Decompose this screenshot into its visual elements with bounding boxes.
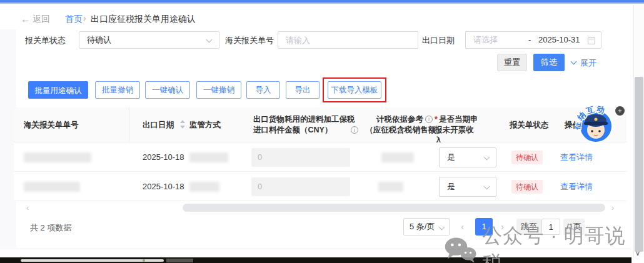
header-customs-no: 海关报关单单号 (24, 107, 79, 142)
jump-page-input[interactable] (541, 219, 560, 235)
page-title: 出口应征税报关单用途确认 (91, 14, 196, 25)
customs-no-input[interactable] (278, 31, 418, 49)
chevron-down-icon (484, 184, 490, 190)
header-supervision: 监管方式 (189, 107, 221, 142)
total-pages-label: /1页 (563, 219, 585, 235)
status-filter-value: 待确认 (87, 35, 111, 44)
customs-officer-avatar: 征纳互动 (575, 104, 616, 144)
expand-label: 展开 (580, 58, 596, 67)
header-tax-basis-line1: 计税依据参考 (376, 115, 423, 124)
export-date-cell: 2025-10-18 (143, 142, 184, 172)
date-start-placeholder: 请选择 (473, 32, 498, 48)
calendar-icon (588, 37, 595, 44)
bonded-amount-input[interactable]: 0 (251, 148, 350, 167)
top-blue-strip (0, 0, 644, 4)
red-highlight-annotation (323, 77, 386, 102)
taskbar-green-dot (143, 259, 145, 262)
import-button[interactable]: 导入 (246, 81, 280, 99)
view-details-link[interactable]: 查看详情 (560, 142, 593, 172)
export-date-cell: 2025-10-18 (143, 172, 184, 201)
one-click-confirm-button[interactable]: 一键确认 (145, 81, 190, 99)
page-size-value: 5 条/页 (410, 222, 435, 231)
breadcrumb-separator-icon: › (83, 13, 86, 23)
redacted-supervision (189, 152, 228, 162)
uninvoiced-value: 是 (447, 152, 455, 162)
table-row: 2025-10-18 0 是 待确认 查看详情 (14, 172, 626, 201)
chevron-down-icon (439, 224, 445, 231)
next-page-button[interactable]: › (501, 221, 504, 232)
customs-no-filter-label: 海关报关单号 (225, 35, 274, 46)
one-click-revoke-button[interactable]: 一键撤销 (196, 81, 241, 99)
hscroll-left-arrow[interactable]: ‹ (26, 204, 29, 212)
redacted-declaration-no (24, 152, 91, 162)
uninvoiced-value: 是 (447, 182, 455, 191)
jump-to-label: 跳至 (516, 219, 541, 235)
header-bonded-amount: 出口货物耗用的进料加工保税 进口料件金额（CNY） (253, 114, 366, 136)
filter-button[interactable]: 筛选 (533, 54, 565, 71)
assistant-widget[interactable]: 征纳互动 (575, 104, 616, 144)
uninvoiced-select[interactable]: 是 (439, 177, 496, 197)
content-bottom-border (0, 249, 631, 249)
expand-toggle[interactable]: 展开 (571, 57, 596, 69)
export-button[interactable]: 导出 (286, 81, 319, 99)
header-tax-basis-line2: （应征税含税销售额） (366, 126, 444, 134)
info-icon[interactable]: i (351, 126, 358, 134)
breadcrumb: ← 返回 首页 › 出口应征税报关单用途确认 (0, 11, 625, 27)
header-uninvoiced: *是否当期申报未开票收入 (435, 114, 480, 146)
batch-purpose-confirm-button[interactable]: 批量用途确认 (28, 81, 88, 99)
sort-descending-icon[interactable] (180, 126, 185, 129)
back-arrow-icon[interactable]: ← (21, 12, 31, 26)
date-end-value: 2025-10-31 (538, 32, 580, 48)
back-button[interactable]: 返回 (33, 14, 50, 25)
breadcrumb-home-link[interactable]: 首页 (65, 14, 83, 25)
uninvoiced-select[interactable]: 是 (439, 147, 496, 167)
required-asterisk: * (435, 115, 438, 124)
status-badge: 待确认 (511, 180, 543, 194)
header-status: 报关单状态 (510, 107, 549, 142)
info-icon[interactable]: i (425, 116, 433, 123)
export-date-filter-label: 出口日期 (422, 35, 455, 46)
table-header: 海关报关单单号 出口日期 监管方式 出口货物耗用的进料加工保税 进口料件金额（C… (14, 107, 626, 142)
date-range-separator: - (528, 32, 531, 48)
redacted-declaration-no (24, 182, 80, 192)
chevron-down-icon (571, 59, 577, 65)
header-export-date: 出口日期 (143, 107, 174, 142)
redacted-tax-basis (381, 152, 414, 162)
header-uninvoiced-text: 是否当期申报未开票收入 (435, 115, 478, 145)
sort-ascending-icon[interactable] (180, 120, 185, 123)
hscroll-right-arrow[interactable]: › (611, 204, 614, 212)
chevron-down-icon (484, 154, 490, 161)
redacted-tax-basis (378, 182, 403, 192)
app-window: ← 返回 首页 › 出口应征税报关单用途确认 报关单状态 待确认 海关报关单号 … (0, 0, 644, 263)
bonded-amount-input[interactable]: 0 (251, 177, 350, 196)
vscroll-down-arrow[interactable]: ∨ (635, 249, 640, 257)
chevron-down-icon (206, 37, 213, 43)
status-filter-label: 报关单状态 (25, 35, 66, 46)
hscroll-thumb[interactable] (183, 204, 605, 212)
vscroll-thumb[interactable] (635, 77, 643, 252)
page-number-button[interactable]: 1 (475, 218, 493, 236)
assistant-plus-icon[interactable]: + (615, 106, 625, 116)
header-tax-basis: 计税依据参考i（应征税含税销售额） (363, 114, 446, 136)
redacted-supervision (189, 182, 219, 192)
view-details-link[interactable]: 查看详情 (560, 172, 593, 201)
page-size-select[interactable]: 5 条/页 (403, 218, 450, 236)
prev-page-button[interactable]: ‹ (461, 221, 464, 232)
table-row: 2025-10-18 0 是 待确认 查看详情 (14, 142, 626, 172)
batch-revoke-button[interactable]: 批量撤销 (95, 81, 140, 99)
taskbar-gray-segment (166, 259, 193, 262)
export-date-range-picker[interactable]: 请选择 - 2025-10-31 (465, 31, 601, 49)
status-filter-select[interactable]: 待确认 (79, 31, 219, 49)
total-count-label: 共 2 项数据 (30, 222, 71, 234)
reset-button[interactable]: 重置 (497, 54, 527, 71)
status-badge: 待确认 (511, 151, 543, 164)
